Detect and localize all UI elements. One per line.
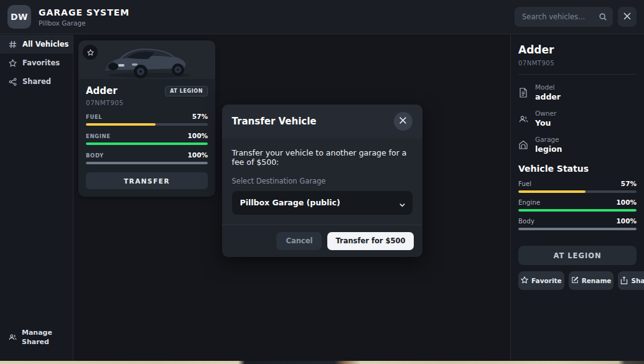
destination-garage-select[interactable]: Pillbox Garage (public) — [232, 191, 413, 215]
transfer-vehicle-modal: Transfer Vehicle Transfer your vehicle t… — [222, 105, 422, 257]
transfer-fee-message: Transfer your vehicle to another garage … — [232, 148, 413, 167]
modal-overlay: Transfer Vehicle Transfer your vehicle t… — [0, 0, 644, 361]
garage-app: DW GARAGE SYSTEM Pillbox Garage — [0, 0, 644, 361]
cancel-button[interactable]: Cancel — [276, 232, 322, 250]
modal-title: Transfer Vehicle — [232, 116, 317, 127]
modal-header: Transfer Vehicle — [222, 105, 422, 138]
modal-footer: Cancel Transfer for $500 — [222, 225, 422, 257]
select-destination-label: Select Destination Garage — [232, 177, 413, 185]
modal-close-button[interactable] — [394, 112, 413, 131]
game-background-strip — [0, 361, 644, 364]
close-icon — [399, 116, 407, 126]
confirm-transfer-button[interactable]: Transfer for $500 — [327, 232, 413, 250]
modal-body: Transfer your vehicle to another garage … — [222, 138, 422, 225]
